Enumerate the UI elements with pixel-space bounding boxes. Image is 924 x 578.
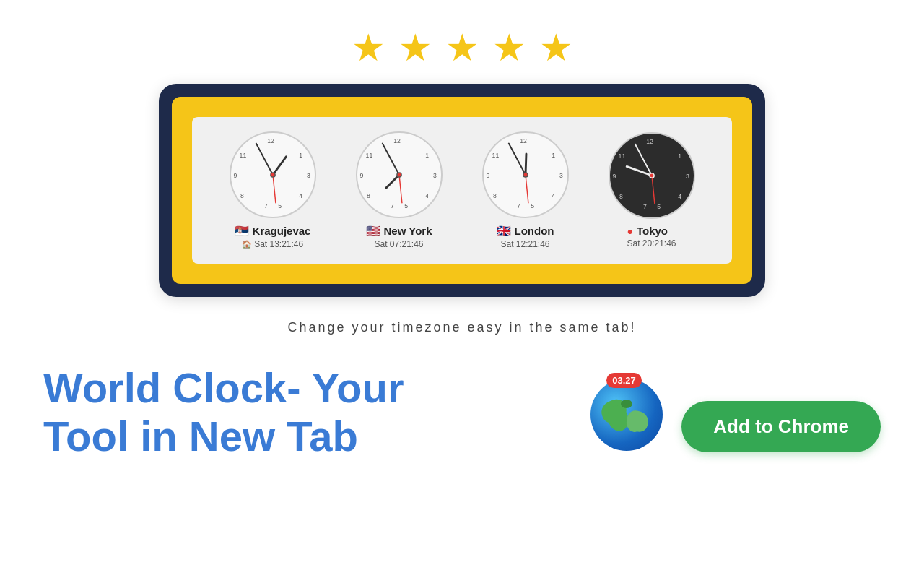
clock-time-tokyo: Sat 20:21:46 (627, 238, 676, 249)
svg-text:12: 12 (393, 137, 401, 144)
svg-text:7: 7 (390, 202, 393, 210)
svg-line-38 (508, 144, 525, 176)
svg-text:12: 12 (267, 137, 274, 144)
clock-label-newyork: 🇺🇸 New York Sat 07:21:46 (366, 224, 432, 249)
device-frame: 12 1 3 4 5 7 8 9 11 (159, 84, 765, 297)
svg-text:3: 3 (432, 172, 436, 179)
clock-face-newyork: 12 1 3 4 5 7 8 9 11 (356, 131, 443, 218)
svg-line-10 (256, 144, 272, 176)
svg-line-25 (399, 175, 402, 203)
app-icon-wrapper: 03.27 (590, 373, 670, 452)
svg-point-55 (650, 174, 653, 178)
app-globe (590, 379, 663, 451)
clock-face-kragujevac: 12 1 3 4 5 7 8 9 11 (230, 131, 316, 218)
clock-city-tokyo: ● Tokyo (627, 225, 676, 237)
svg-text:8: 8 (367, 192, 370, 199)
svg-line-37 (526, 154, 526, 175)
clock-time-kragujevac: 🏠 Sat 13:21:46 (235, 239, 311, 249)
svg-text:12: 12 (646, 138, 653, 145)
svg-text:5: 5 (657, 203, 661, 210)
star-3: ★ (445, 26, 479, 69)
svg-text:7: 7 (642, 203, 646, 210)
svg-text:9: 9 (233, 172, 237, 179)
svg-text:11: 11 (492, 152, 499, 159)
svg-text:1: 1 (425, 152, 429, 159)
stars-row: ★ ★ ★ ★ ★ (0, 0, 924, 69)
svg-text:1: 1 (552, 152, 555, 159)
svg-text:3: 3 (559, 172, 562, 179)
clock-city-kragujevac: 🇷🇸 Kragujevac (235, 224, 311, 238)
svg-text:1: 1 (678, 152, 681, 160)
clock-city-london: 🇬🇧 London (497, 224, 554, 238)
clock-label-london: 🇬🇧 London Sat 12:21:46 (497, 224, 554, 249)
clocks-panel: 12 1 3 4 5 7 8 9 11 (192, 117, 732, 264)
clock-widget-kragujevac: 12 1 3 4 5 7 8 9 11 (230, 131, 316, 249)
svg-text:11: 11 (618, 152, 625, 160)
svg-point-58 (621, 400, 632, 408)
app-badge: 03.27 (606, 373, 642, 388)
svg-text:7: 7 (263, 202, 267, 210)
star-1: ★ (352, 26, 385, 69)
flag-kragujevac: 🇷🇸 (235, 224, 249, 238)
svg-line-39 (526, 175, 528, 203)
clock-face-london: 12 1 3 4 5 7 8 9 11 (482, 131, 569, 218)
svg-line-9 (273, 157, 286, 175)
star-2: ★ (398, 26, 432, 69)
svg-text:4: 4 (425, 192, 429, 199)
svg-line-24 (382, 144, 398, 176)
clock-face-tokyo: 12 1 3 4 5 7 8 9 11 (609, 132, 695, 219)
clock-label-tokyo: ● Tokyo Sat 20:21:46 (627, 225, 676, 249)
svg-text:12: 12 (520, 137, 527, 144)
svg-text:5: 5 (278, 202, 282, 210)
svg-line-11 (273, 175, 276, 203)
clock-time-london: Sat 12:21:46 (497, 239, 554, 249)
cta-area: 03.27 Add to Chrome (590, 373, 881, 452)
bottom-section: World Clock- Your Tool in New Tab 03.27 … (0, 335, 924, 460)
clock-time-newyork: Sat 07:21:46 (366, 239, 432, 249)
svg-text:9: 9 (486, 172, 489, 179)
svg-text:8: 8 (619, 193, 623, 200)
svg-text:4: 4 (552, 192, 555, 199)
clock-label-kragujevac: 🇷🇸 Kragujevac 🏠 Sat 13:21:46 (235, 224, 311, 249)
svg-text:3: 3 (685, 173, 689, 180)
svg-point-27 (397, 173, 401, 177)
home-icon: 🏠 (242, 240, 252, 249)
svg-point-57 (625, 410, 645, 434)
add-to-chrome-button[interactable]: Add to Chrome (681, 401, 881, 452)
svg-text:8: 8 (240, 192, 244, 199)
svg-text:1: 1 (299, 152, 302, 159)
flag-london: 🇬🇧 (497, 224, 511, 238)
clock-widget-tokyo: 12 1 3 4 5 7 8 9 11 (609, 132, 695, 249)
svg-text:9: 9 (359, 172, 363, 179)
svg-text:3: 3 (306, 172, 310, 179)
svg-text:5: 5 (531, 202, 534, 210)
svg-text:4: 4 (299, 192, 302, 199)
tagline: Change your timezone easy in the same ta… (0, 320, 924, 335)
svg-text:7: 7 (516, 202, 520, 210)
star-5: ★ (539, 26, 573, 69)
svg-text:8: 8 (493, 192, 497, 199)
flag-tokyo: ● (627, 225, 632, 237)
svg-point-41 (523, 173, 527, 177)
clock-city-newyork: 🇺🇸 New York (366, 224, 432, 238)
svg-text:5: 5 (404, 202, 408, 210)
svg-point-13 (271, 173, 274, 177)
svg-text:9: 9 (612, 173, 616, 180)
device-inner: 12 1 3 4 5 7 8 9 11 (172, 97, 752, 284)
main-title: World Clock- Your Tool in New Tab (43, 364, 404, 460)
star-4: ★ (492, 26, 526, 69)
svg-line-53 (652, 176, 655, 204)
clock-widget-newyork: 12 1 3 4 5 7 8 9 11 (356, 131, 443, 249)
flag-newyork: 🇺🇸 (366, 224, 380, 238)
svg-text:4: 4 (678, 193, 681, 200)
svg-line-23 (385, 175, 398, 188)
svg-text:11: 11 (365, 152, 372, 159)
clock-widget-london: 12 1 3 4 5 7 8 9 11 (482, 131, 569, 249)
svg-text:11: 11 (239, 152, 246, 159)
